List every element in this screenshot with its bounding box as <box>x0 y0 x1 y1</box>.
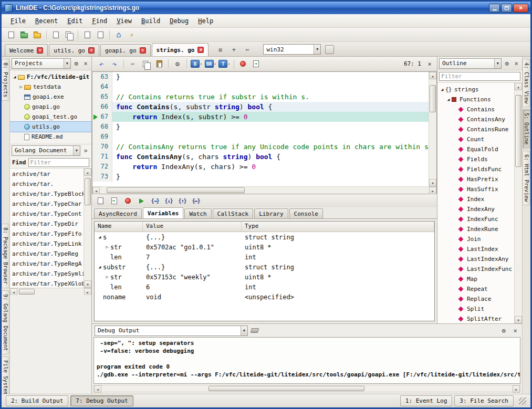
outline-item-count[interactable]: Count <box>437 134 514 144</box>
doc-list-item[interactable]: archive/tar.TypeLink <box>10 239 84 249</box>
editor-line-72[interactable]: 72 return IndexAny(s, chars) >= 0 <box>92 162 429 172</box>
step-into-icon[interactable]: {↓} <box>162 195 175 207</box>
editor-line-63[interactable]: 63} <box>92 72 429 82</box>
combo-arrow-icon[interactable]: ▼ <box>241 326 247 335</box>
debug-tab-console[interactable]: Console <box>289 208 323 218</box>
project-item-goapi-go[interactable]: goapi.go <box>10 102 91 112</box>
editor-line-69[interactable]: 69 <box>92 132 429 142</box>
outline-item-lastindexfunc[interactable]: LastIndexFunc <box>437 264 514 274</box>
status-button-2-build-output[interactable]: 2: Build Output <box>6 395 68 406</box>
scroll-up-icon[interactable]: ▲ <box>515 83 522 90</box>
combo-arrow-icon[interactable]: ▼ <box>73 146 80 155</box>
editor-line-64[interactable]: 64 <box>92 82 429 92</box>
output-hscrollbar[interactable]: ◀ ▶ <box>93 385 520 392</box>
session-icon[interactable] <box>81 29 93 40</box>
outline-filter-input[interactable] <box>439 72 520 81</box>
expander-icon[interactable]: ◢ <box>12 75 18 79</box>
outline-item-lastindex[interactable]: LastIndex <box>437 244 514 254</box>
var-row-s[interactable]: ◢s{...}struct string <box>95 232 434 242</box>
clear-output-icon[interactable] <box>251 328 259 333</box>
outline-item-fieldsfunc[interactable]: FieldsFunc <box>437 164 514 174</box>
scroll-left-icon[interactable]: ◀ <box>94 385 101 393</box>
open-project-icon[interactable] <box>31 29 44 40</box>
tab-close-icon[interactable]: × <box>37 47 43 54</box>
combo-arrow-icon[interactable]: ▼ <box>314 45 320 54</box>
outline-item-splitafter[interactable]: SplitAfter <box>437 314 514 323</box>
outline-item-containsrune[interactable]: ContainsRune <box>437 124 514 134</box>
doc-list-hscrollbar[interactable]: ◀ ▶ <box>10 288 91 295</box>
combo-arrow-icon[interactable]: ▼ <box>494 59 501 68</box>
project-item-goapi-exe[interactable]: goapi.exe <box>10 92 91 102</box>
line-number[interactable]: 66 <box>92 102 112 112</box>
outline-item-equalfold[interactable]: EqualFold <box>437 144 514 154</box>
outline-item-hassuffix[interactable]: HasSuffix <box>437 184 514 194</box>
expander-icon[interactable]: ◢ <box>97 235 103 239</box>
cut-icon[interactable]: ✂ <box>127 58 139 70</box>
doc-tab-welcome[interactable]: Welcome× <box>5 44 48 56</box>
outline-item-indexany[interactable]: IndexAny <box>437 204 514 214</box>
outline-item-join[interactable]: Join <box>437 234 514 244</box>
resize-grip[interactable] <box>519 397 526 405</box>
menu-view[interactable]: View <box>112 16 137 26</box>
side-tab-file-system[interactable]: File System <box>2 356 9 398</box>
editor-line-68[interactable]: 68} <box>92 122 429 132</box>
line-number[interactable]: 67 <box>92 112 112 122</box>
menu-build[interactable]: Build <box>137 16 165 26</box>
expander-icon[interactable]: ▷ <box>104 245 110 249</box>
minimize-button[interactable] <box>489 4 500 13</box>
add-editor-icon[interactable]: + <box>227 44 240 56</box>
outline-item-strings[interactable]: ◢{}strings <box>437 85 514 95</box>
outline-item-split[interactable]: Split <box>437 304 514 314</box>
paste-icon[interactable] <box>153 58 165 70</box>
scroll-right-icon[interactable]: ▶ <box>429 187 436 194</box>
vars-col-name[interactable]: Name <box>95 222 143 232</box>
redo-icon[interactable]: ↷ <box>108 58 121 70</box>
scroll-thumb[interactable] <box>85 178 91 205</box>
show-current-line-icon[interactable] <box>94 195 107 207</box>
scroll-thumb[interactable] <box>19 289 35 295</box>
var-row-str[interactable]: ▷str0x57153c "weekly"uint8 * <box>95 272 434 282</box>
expander-icon[interactable]: ◢ <box>97 265 103 269</box>
project-item-readme-md[interactable]: README.md <box>10 132 91 142</box>
panel-gear-icon[interactable]: ⚙ <box>72 60 80 67</box>
line-number[interactable]: 73 <box>92 172 112 182</box>
side-tab-8-package-browser[interactable]: 8: Package Browser <box>2 224 9 288</box>
editor-line-65[interactable]: 65// Contains returns true if substr is … <box>92 92 429 102</box>
editor-close-icon[interactable]: × <box>425 60 434 68</box>
outline-item-repeat[interactable]: Repeat <box>437 284 514 294</box>
debug-tab-variables[interactable]: Variables <box>143 207 184 218</box>
editor-vscrollbar[interactable]: ▲ ▼ <box>429 72 436 186</box>
env-tool-icon[interactable]: ⚡ <box>126 29 138 40</box>
menu-debug[interactable]: Debug <box>165 16 193 26</box>
runto-line-icon[interactable]: {↦} <box>190 195 202 207</box>
doc-list-item[interactable]: archive/tar.TypeChar <box>10 199 84 209</box>
line-number[interactable]: 64 <box>92 82 112 92</box>
build-menu-button[interactable]: B▾ <box>190 58 203 70</box>
panel-gear-icon[interactable]: ⚙ <box>503 60 511 67</box>
doc-tab-strings-go[interactable]: strings. go× <box>152 43 209 56</box>
panel-close-icon[interactable]: × <box>81 60 90 67</box>
var-row-str[interactable]: ▷str0x5702ac "go1.0.1"uint8 * <box>95 242 434 252</box>
menu-file[interactable]: File <box>6 16 30 26</box>
line-number[interactable]: 72 <box>92 162 112 172</box>
combo-arrow-icon[interactable]: ▼ <box>64 59 70 68</box>
undo-icon[interactable]: ↶ <box>95 58 108 70</box>
test-menu-button[interactable]: T▾ <box>217 58 231 70</box>
continue-debug-icon[interactable] <box>135 195 148 207</box>
scroll-down-icon[interactable]: ▼ <box>429 179 436 186</box>
build-run-menu-button[interactable]: BR▾ <box>204 58 217 70</box>
tab-close-icon[interactable]: × <box>88 47 95 54</box>
panel-close-icon[interactable]: × <box>511 327 519 334</box>
editor-line-73[interactable]: 73} <box>92 172 429 182</box>
status-button-1-event-log[interactable]: 1: Event Log <box>400 395 452 406</box>
doc-list-item[interactable]: archive/tar.TypeReg <box>10 249 84 259</box>
titlebar[interactable]: LiteIDE - C:\Go\src\pkg\strings\strings.… <box>2 2 530 14</box>
home-icon[interactable]: ⌂ <box>112 29 125 40</box>
scroll-up-icon[interactable]: ▲ <box>429 72 436 79</box>
panel-gear-icon[interactable]: ⚙ <box>499 327 508 334</box>
menu-recent[interactable]: Recent <box>30 16 62 26</box>
side-tab-9-golang-document[interactable]: 9: Golang Document <box>2 290 9 354</box>
split-editor-icon[interactable]: ≡ <box>214 44 226 56</box>
scroll-thumb[interactable] <box>208 386 365 391</box>
debug-output-text[interactable]: -sep=", ": setup separators -v=false: ve… <box>93 337 520 384</box>
